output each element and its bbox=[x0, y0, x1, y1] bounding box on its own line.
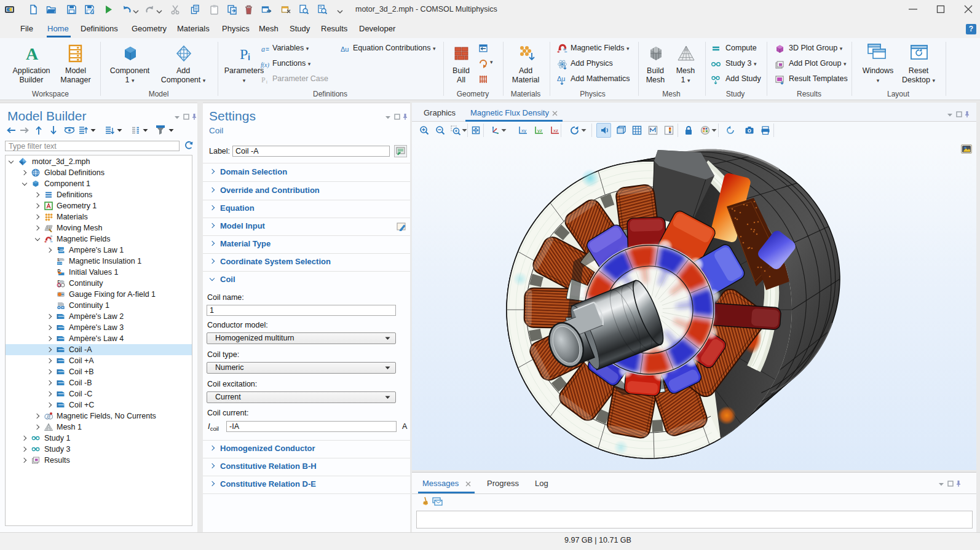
svg-text:xz: xz bbox=[553, 128, 558, 133]
svg-text:yz: yz bbox=[537, 128, 542, 133]
svg-text:P: P bbox=[261, 76, 266, 84]
svg-text:−: − bbox=[50, 240, 53, 244]
svg-text:xy: xy bbox=[521, 128, 526, 133]
svg-text:P: P bbox=[240, 46, 248, 62]
svg-text:f(x): f(x) bbox=[261, 61, 270, 69]
svg-text:+: + bbox=[557, 49, 560, 54]
svg-text:i: i bbox=[248, 52, 250, 62]
svg-text:+: + bbox=[44, 240, 47, 244]
svg-text:A: A bbox=[26, 44, 39, 63]
svg-text:D: D bbox=[58, 284, 61, 288]
svg-text:Δu: Δu bbox=[557, 75, 565, 82]
svg-text:−: − bbox=[564, 49, 567, 54]
svg-text:D: D bbox=[58, 269, 61, 273]
svg-text:i: i bbox=[266, 79, 267, 85]
svg-text:=: = bbox=[266, 46, 269, 53]
svg-text:Δu: Δu bbox=[341, 45, 349, 53]
svg-text:a: a bbox=[261, 45, 265, 53]
